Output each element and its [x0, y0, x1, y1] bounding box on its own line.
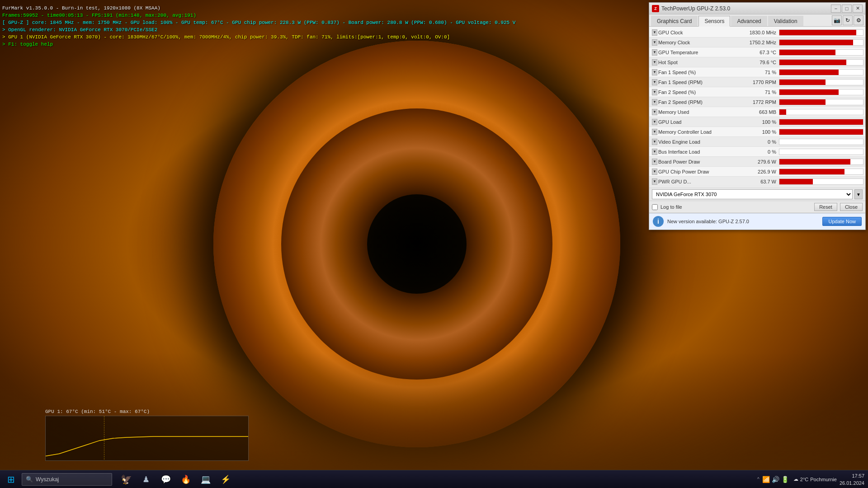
sensor-bar-container-13: [779, 159, 863, 165]
sensor-bar-8: [779, 109, 786, 115]
sensor-dropdown-2[interactable]: ▼: [652, 49, 657, 56]
sensor-bar-container-14: [779, 169, 863, 175]
update-now-button[interactable]: Update Now: [822, 217, 862, 226]
sensor-bar-container-3: [779, 59, 863, 66]
steam-app-icon: ♟: [140, 474, 152, 485]
gpu-select-arrow[interactable]: ▼: [854, 189, 863, 199]
sensor-name-6: ▼Fan 2 Speed (%): [650, 89, 734, 95]
sensor-dropdown-6[interactable]: ▼: [652, 89, 657, 95]
sensor-bar-container-5: [779, 79, 863, 85]
tray-expand-arrow[interactable]: ^: [757, 477, 760, 482]
sensor-value-10: 100 %: [734, 129, 779, 135]
taskbar-search-text: Wyszukaj: [36, 476, 59, 483]
sensor-value-9: 100 %: [734, 119, 779, 125]
sensor-bar-1: [779, 40, 853, 45]
taskbar-search[interactable]: 🔍 Wyszukaj: [22, 473, 112, 486]
network-tray-icon[interactable]: 📶: [762, 476, 770, 483]
gpu-selector[interactable]: NVIDIA GeForce RTX 3070: [652, 189, 853, 199]
close-button[interactable]: Close: [840, 203, 863, 211]
sensor-bar-14: [779, 169, 844, 174]
sensor-label-0: GPU Clock: [658, 30, 683, 35]
taskbar-app-furmark[interactable]: 🔥: [176, 470, 195, 488]
sensor-dropdown-15[interactable]: ▼: [652, 178, 657, 185]
sensor-dropdown-4[interactable]: ▼: [652, 69, 657, 75]
sensor-bar-container-10: [779, 129, 863, 135]
clock-block[interactable]: 17:57 26.01.2024: [840, 472, 864, 487]
reset-button[interactable]: Reset: [814, 203, 837, 211]
sensor-value-5: 1770 RPM: [734, 80, 779, 85]
taskbar-apps: 🦅 ♟ 💬 🔥 💻 ⚡: [117, 470, 235, 488]
sensor-row-12: ▼Bus Interface Load0 %: [649, 147, 865, 157]
sensor-row-15: ▼PWR GPU D...63.7 W: [649, 177, 865, 187]
tab-validation[interactable]: Validation: [768, 16, 803, 26]
discord-app-icon: 💬: [160, 474, 172, 485]
tab-graphics-card[interactable]: Graphics Card: [651, 16, 698, 26]
log-to-file-checkbox[interactable]: [652, 204, 658, 210]
sensor-row-13: ▼Board Power Draw279.6 W: [649, 157, 865, 167]
clock-date: 26.01.2024: [840, 479, 864, 487]
sensor-label-9: GPU Load: [658, 119, 681, 125]
sensor-row-7: ▼Fan 2 Speed (RPM)1772 RPM: [649, 97, 865, 107]
sensor-row-8: ▼Memory Used663 MB: [649, 107, 865, 117]
start-button[interactable]: ⊞: [0, 470, 22, 488]
tray-icons: 📶 🔊 🔋: [762, 476, 789, 483]
sensor-row-10: ▼Memory Controller Load100 %: [649, 127, 865, 137]
sensor-dropdown-12[interactable]: ▼: [652, 149, 657, 155]
sensor-name-15: ▼PWR GPU D...: [650, 178, 734, 185]
furmark-line4: > GPU 1 (NVIDIA GeForce RTX 3070) - core…: [2, 33, 515, 41]
gpuz-window: Z TechPowerUp GPU-Z 2.53.0 − □ ✕ Graphic…: [649, 2, 866, 230]
furmark-line1: Frames:59952 - time00:05:13 - FPS:191 (m…: [2, 12, 515, 19]
gpuz-icon-settings[interactable]: ⚙: [854, 15, 863, 25]
restore-button[interactable]: □: [842, 5, 852, 13]
sensor-bar-container-2: [779, 49, 863, 56]
sensor-value-6: 71 %: [734, 89, 779, 95]
taskbar-app-hwinfo[interactable]: 💻: [196, 470, 215, 488]
sensor-label-10: Memory Controller Load: [658, 129, 712, 135]
sensor-dropdown-0[interactable]: ▼: [652, 29, 657, 36]
gpuz-icon-refresh[interactable]: ↻: [843, 15, 853, 25]
sensor-dropdown-10[interactable]: ▼: [652, 129, 657, 135]
sensor-dropdown-1[interactable]: ▼: [652, 39, 657, 46]
gpuz-icon-camera[interactable]: 📷: [832, 15, 842, 25]
sensor-name-4: ▼Fan 1 Speed (%): [650, 69, 734, 75]
taskbar-app-discord[interactable]: 💬: [156, 470, 175, 488]
taskbar-app-steam[interactable]: ♟: [137, 470, 156, 488]
sensor-name-10: ▼Memory Controller Load: [650, 129, 734, 135]
gpuz-logo-icon: Z: [652, 5, 659, 12]
sensor-row-11: ▼Video Engine Load0 %: [649, 137, 865, 147]
sensor-dropdown-5[interactable]: ▼: [652, 79, 657, 85]
sensor-dropdown-13[interactable]: ▼: [652, 159, 657, 165]
window-close-button[interactable]: ✕: [853, 5, 863, 13]
sensor-dropdown-3[interactable]: ▼: [652, 59, 657, 66]
battery-tray-icon[interactable]: 🔋: [781, 476, 789, 483]
gpu-selector-row: NVIDIA GeForce RTX 3070 ▼: [649, 188, 865, 201]
sensor-dropdown-8[interactable]: ▼: [652, 109, 657, 115]
sensor-bar-3: [779, 60, 846, 65]
sensor-bar-container-11: [779, 139, 863, 145]
sensor-dropdown-11[interactable]: ▼: [652, 139, 657, 145]
volume-tray-icon[interactable]: 🔊: [772, 476, 779, 483]
sensor-dropdown-7[interactable]: ▼: [652, 99, 657, 105]
sensor-value-14: 226.9 W: [734, 169, 779, 174]
clock-time: 17:57: [840, 472, 864, 479]
sensor-name-1: ▼Memory Clock: [650, 39, 734, 46]
windows-icon: ⊞: [7, 474, 15, 485]
sensor-value-11: 0 %: [734, 139, 779, 145]
sensor-bar-container-7: [779, 99, 863, 105]
tab-sensors[interactable]: Sensors: [698, 16, 730, 27]
weather-block: ☁ 2°C Pochmurnie: [793, 476, 837, 482]
taskbar-app-eagle[interactable]: 🦅: [117, 470, 136, 488]
sensor-bar-container-4: [779, 69, 863, 75]
tab-advanced[interactable]: Advanced: [731, 16, 767, 26]
sensor-dropdown-14[interactable]: ▼: [652, 169, 657, 175]
log-to-file-label[interactable]: Log to file: [660, 204, 682, 210]
furmark-line2: [ GPU-Z ] core: 1845 MHz - mem: 1750 MHz…: [2, 19, 515, 26]
taskbar-app-gpuz[interactable]: ⚡: [216, 470, 235, 488]
sensor-dropdown-9[interactable]: ▼: [652, 119, 657, 125]
sensor-bar-10: [779, 129, 863, 135]
titlebar-buttons: − □ ✕: [831, 5, 863, 13]
taskbar: ⊞ 🔍 Wyszukaj 🦅 ♟ 💬 🔥 💻 ⚡ ^ 📶 🔊 🔋: [0, 470, 868, 488]
sensor-label-2: GPU Temperature: [658, 50, 698, 55]
sensor-name-13: ▼Board Power Draw: [650, 159, 734, 165]
minimize-button[interactable]: −: [831, 5, 841, 13]
